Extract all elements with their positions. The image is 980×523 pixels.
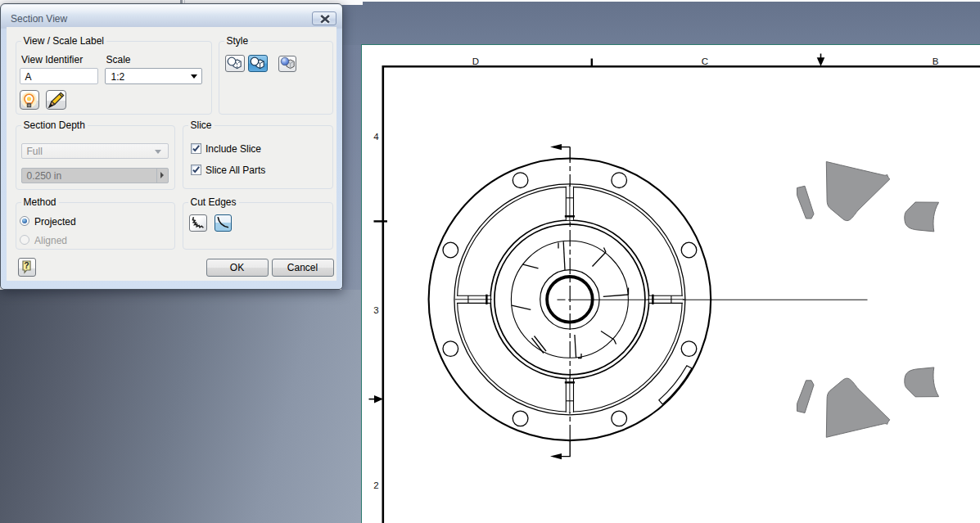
svg-text:D: D (472, 56, 479, 66)
svg-text:3: 3 (373, 305, 378, 315)
svg-text:?: ? (24, 260, 29, 270)
svg-text:B: B (933, 56, 939, 66)
svg-text:C: C (702, 56, 708, 66)
svg-text:4: 4 (373, 132, 379, 142)
svg-text:2: 2 (373, 480, 378, 490)
